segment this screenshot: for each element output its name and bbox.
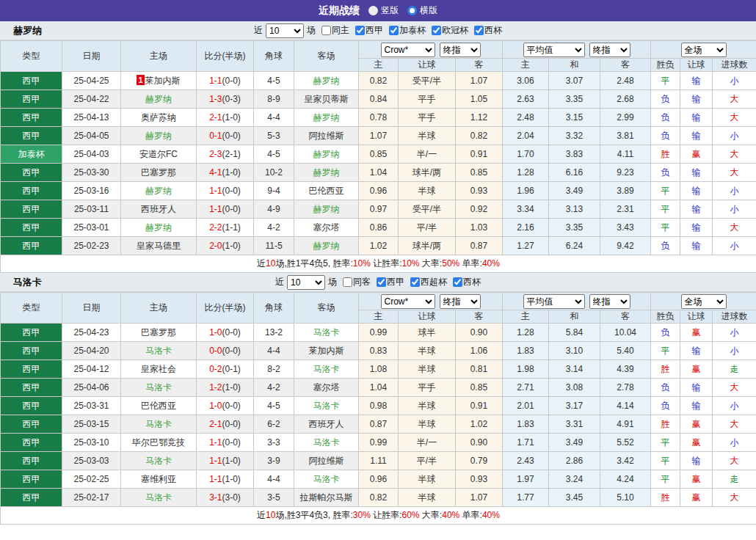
league-checkbox[interactable] bbox=[377, 277, 386, 287]
summary-stat-value: 10 bbox=[266, 510, 275, 520]
same-venue-filter[interactable]: 同主 bbox=[319, 24, 349, 37]
summary-stat-value: 10% bbox=[402, 258, 420, 269]
home-team-cell[interactable]: 赫罗纳 bbox=[121, 127, 197, 145]
avg-source-select[interactable]: 平均值 bbox=[523, 294, 585, 309]
odds-time-select[interactable]: 终指 bbox=[440, 294, 481, 309]
wdl-result-cell: 负 bbox=[651, 237, 680, 255]
match-row: 西甲25-04-12皇家社会0-2(0-1)8-2马洛卡1.08半球0.811.… bbox=[1, 360, 756, 379]
home-team-cell[interactable]: 1莱加内斯 bbox=[121, 72, 197, 90]
same-venue-checkbox[interactable] bbox=[343, 277, 352, 287]
away-team-cell[interactable]: 西班牙人 bbox=[294, 415, 359, 434]
home-team-cell[interactable]: 马洛卡 bbox=[121, 452, 197, 470]
match-row: 西甲25-03-30巴塞罗那4-1(1-0)10-2赫罗纳1.04球半/两0.8… bbox=[1, 164, 756, 182]
match-date-cell: 25-03-03 bbox=[62, 452, 121, 470]
home-team-cell[interactable]: 赫罗纳 bbox=[121, 182, 197, 200]
layout-option-vertical[interactable]: 竖版 bbox=[368, 4, 399, 17]
handicap-result-cell: 赢 bbox=[680, 415, 713, 434]
away-team-cell[interactable]: 赫罗纳 bbox=[294, 164, 359, 182]
away-team-cell[interactable]: 赫罗纳 bbox=[294, 72, 359, 90]
home-team-cell[interactable]: 毕尔巴鄂竞技 bbox=[121, 434, 197, 452]
odds-source-select[interactable]: Crow* bbox=[381, 294, 435, 309]
league-filter-laliga[interactable]: 西甲 bbox=[374, 276, 404, 288]
home-team-cell[interactable]: 马洛卡 bbox=[121, 342, 197, 360]
away-team-cell[interactable]: 赫罗纳 bbox=[294, 200, 359, 219]
league-filter-ucl[interactable]: 欧冠杯 bbox=[429, 24, 468, 37]
league-filter-catalan-cup[interactable]: 加泰杯 bbox=[386, 24, 426, 37]
home-team-cell[interactable]: 安道尔FC bbox=[121, 145, 197, 164]
match-count-select[interactable]: 10 bbox=[266, 23, 304, 38]
league-label: 欧冠杯 bbox=[442, 24, 468, 37]
competition-type-cell: 西甲 bbox=[1, 379, 62, 397]
home-team-cell[interactable]: 皇家马德里 bbox=[121, 237, 197, 255]
home-team-cell[interactable]: 马洛卡 bbox=[121, 379, 197, 397]
league-filter-laliga[interactable]: 西甲 bbox=[352, 24, 383, 37]
league-checkbox[interactable] bbox=[432, 26, 441, 35]
home-odds-cell: 1.02 bbox=[359, 237, 399, 255]
league-filter-copa[interactable]: 西杯 bbox=[450, 276, 481, 288]
league-filter-copa[interactable]: 西杯 bbox=[471, 24, 502, 37]
home-team-cell[interactable]: 巴塞罗那 bbox=[121, 324, 197, 342]
away-team-cell[interactable]: 塞尔塔 bbox=[294, 219, 359, 237]
league-checkbox[interactable] bbox=[474, 26, 484, 35]
col-date: 日期 bbox=[62, 41, 121, 72]
handicap-cell: 半球 bbox=[399, 415, 456, 434]
away-team-cell[interactable]: 阿拉维斯 bbox=[294, 127, 359, 145]
games-label: 场 bbox=[328, 276, 337, 288]
home-team-cell[interactable]: 赫罗纳 bbox=[121, 90, 197, 109]
league-checkbox[interactable] bbox=[389, 26, 399, 35]
away-odds-cell: 1.02 bbox=[456, 415, 503, 434]
summary-text: 场,胜3平4负3, 胜率: bbox=[275, 510, 352, 520]
away-team-cell[interactable]: 拉斯帕尔马斯 bbox=[294, 489, 359, 507]
result-scope-select[interactable]: 全场 bbox=[681, 294, 727, 309]
odds-source-select[interactable]: Crow* bbox=[381, 43, 435, 57]
result-scope-select[interactable]: 全场 bbox=[681, 43, 727, 57]
matches-table: 类型 日期 主场 比分(半场) 角球 客场 Crow*终指 平均值终指 全场 bbox=[0, 40, 756, 273]
home-team-cell[interactable]: 巴塞罗那 bbox=[121, 164, 197, 182]
avg-source-select[interactable]: 平均值 bbox=[523, 43, 585, 57]
away-team-cell[interactable]: 皇家贝蒂斯 bbox=[294, 90, 359, 109]
handicap-result-cell: 输 bbox=[680, 200, 713, 219]
league-filter-supercup[interactable]: 西超杯 bbox=[407, 276, 447, 288]
away-team-cell[interactable]: 巴伦西亚 bbox=[294, 182, 359, 200]
away-team-cell[interactable]: 马洛卡 bbox=[294, 434, 359, 452]
match-count-select[interactable]: 10 bbox=[287, 275, 325, 290]
away-team-cell[interactable]: 塞尔塔 bbox=[294, 379, 359, 397]
home-team-cell[interactable]: 赫罗纳 bbox=[121, 219, 197, 237]
home-team-cell[interactable]: 马洛卡 bbox=[121, 489, 197, 507]
handicap-cell: 平手 bbox=[399, 379, 456, 397]
score-cell: 2-1(1-0) bbox=[197, 109, 254, 127]
radio-selected-icon bbox=[368, 6, 378, 15]
away-team-cell[interactable]: 莱加内斯 bbox=[294, 342, 359, 360]
corner-cell: 4-5 bbox=[254, 72, 294, 90]
avg-time-select[interactable]: 终指 bbox=[589, 294, 630, 309]
home-team-cell[interactable]: 奥萨苏纳 bbox=[121, 109, 197, 127]
home-team-cell[interactable]: 皇家社会 bbox=[121, 360, 197, 379]
summary-text: 大率: bbox=[420, 510, 443, 520]
away-team-cell[interactable]: 赫罗纳 bbox=[294, 145, 359, 164]
radio-label-horizontal: 横版 bbox=[420, 4, 437, 17]
match-date-cell: 25-04-22 bbox=[62, 90, 121, 109]
away-team-cell[interactable]: 马洛卡 bbox=[294, 470, 359, 489]
league-checkbox[interactable] bbox=[355, 26, 365, 35]
away-team-cell[interactable]: 马洛卡 bbox=[294, 397, 359, 415]
home-team-cell[interactable]: 马洛卡 bbox=[121, 415, 197, 434]
layout-option-horizontal[interactable]: 横版 bbox=[407, 4, 437, 17]
same-venue-checkbox[interactable] bbox=[321, 26, 331, 35]
matches-table: 类型 日期 主场 比分(半场) 角球 客场 Crow*终指 平均值终指 全场 bbox=[0, 292, 756, 525]
odds-time-select[interactable]: 终指 bbox=[440, 43, 481, 57]
summary-stat-value: 60% bbox=[402, 510, 420, 520]
away-team-cell[interactable]: 赫罗纳 bbox=[294, 237, 359, 255]
away-team-cell[interactable]: 马洛卡 bbox=[294, 324, 359, 342]
same-venue-filter[interactable]: 同客 bbox=[340, 276, 371, 288]
league-checkbox[interactable] bbox=[453, 277, 462, 287]
home-team-cell[interactable]: 西班牙人 bbox=[121, 200, 197, 219]
avg-time-select[interactable]: 终指 bbox=[589, 43, 630, 57]
away-team-cell[interactable]: 马洛卡 bbox=[294, 360, 359, 379]
away-team-cell[interactable]: 赫罗纳 bbox=[294, 109, 359, 127]
avg-draw-cell: 3.13 bbox=[549, 200, 600, 219]
league-checkbox[interactable] bbox=[410, 277, 420, 287]
away-team-cell[interactable]: 阿拉维斯 bbox=[294, 452, 359, 470]
home-team-cell[interactable]: 塞维利亚 bbox=[121, 470, 197, 489]
home-team-cell[interactable]: 巴伦西亚 bbox=[121, 397, 197, 415]
col-odds-away: 客 bbox=[456, 59, 503, 72]
